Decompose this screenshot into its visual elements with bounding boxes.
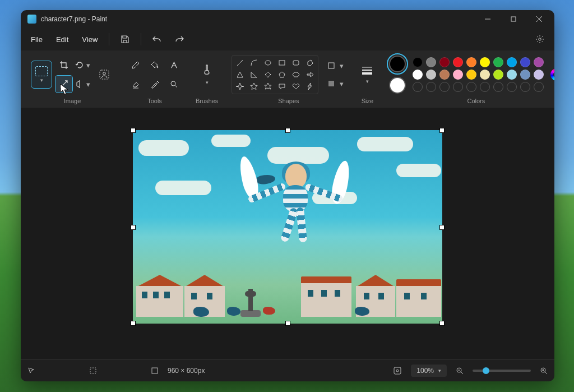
handle-w[interactable] <box>131 225 136 230</box>
maximize-button[interactable] <box>501 10 526 28</box>
shape-triangle[interactable] <box>234 70 246 80</box>
handle-sw[interactable] <box>131 321 136 326</box>
palette-swatch[interactable] <box>493 70 503 80</box>
menu-edit[interactable]: Edit <box>50 32 74 47</box>
handle-n[interactable] <box>285 128 290 133</box>
edit-colors-button[interactable] <box>550 68 554 81</box>
palette-swatch[interactable] <box>453 70 463 80</box>
palette-custom-slot[interactable] <box>534 82 544 92</box>
size-button[interactable]: ▾ <box>359 61 376 88</box>
zoom-dropdown[interactable]: 100% ▾ <box>411 365 447 377</box>
minimize-button[interactable] <box>475 10 501 28</box>
rotate-button[interactable] <box>75 57 85 73</box>
shape-arrow-right[interactable] <box>304 70 316 80</box>
menu-view[interactable]: View <box>76 32 103 47</box>
svg-point-7 <box>171 81 175 86</box>
color-2[interactable] <box>389 77 406 94</box>
palette-swatch[interactable] <box>507 70 517 80</box>
settings-button[interactable] <box>530 30 550 48</box>
workspace[interactable] <box>21 108 554 359</box>
remove-background-button[interactable] <box>95 65 114 84</box>
palette-swatch[interactable] <box>520 57 530 67</box>
brushes-button[interactable]: ▾ <box>198 61 215 88</box>
pencil-tool[interactable] <box>127 57 144 73</box>
resize-button[interactable] <box>55 76 72 93</box>
palette-swatch[interactable] <box>413 57 423 67</box>
palette-custom-slot[interactable] <box>426 82 436 92</box>
zoom-slider[interactable] <box>473 370 531 372</box>
palette-swatch[interactable] <box>426 57 436 67</box>
palette-swatch[interactable] <box>439 70 450 80</box>
canvas[interactable] <box>133 130 442 324</box>
redo-button[interactable] <box>169 30 189 48</box>
palette-swatch[interactable] <box>520 70 530 80</box>
svg-line-23 <box>461 372 463 374</box>
zoom-out-button[interactable] <box>456 367 464 375</box>
handle-ne[interactable] <box>439 128 445 133</box>
shape-right-triangle[interactable] <box>248 70 260 80</box>
palette-swatch[interactable] <box>507 57 517 67</box>
shape-polygon[interactable] <box>304 58 316 68</box>
palette-swatch[interactable] <box>439 57 450 67</box>
palette-swatch[interactable] <box>466 70 476 80</box>
color-1[interactable] <box>389 56 406 72</box>
handle-e[interactable] <box>439 225 445 230</box>
shape-rect[interactable] <box>276 58 288 68</box>
palette-swatch[interactable] <box>413 70 423 80</box>
canvas-selection[interactable] <box>133 130 442 324</box>
shape-4star[interactable] <box>234 81 246 91</box>
undo-button[interactable] <box>147 30 167 48</box>
fit-to-window-button[interactable] <box>393 366 402 375</box>
palette-swatch[interactable] <box>480 70 490 80</box>
palette-swatch[interactable] <box>493 57 503 67</box>
palette-custom-slot[interactable] <box>413 82 423 92</box>
close-button[interactable] <box>526 10 552 28</box>
palette-custom-slot[interactable] <box>520 82 530 92</box>
shapes-gallery[interactable] <box>232 55 318 94</box>
text-tool[interactable] <box>165 57 182 73</box>
color-picker-tool[interactable] <box>146 76 163 93</box>
eraser-tool[interactable] <box>127 76 144 93</box>
shape-fill-dropdown[interactable]: ▾ <box>337 80 345 88</box>
magnifier-tool[interactable] <box>165 76 182 93</box>
shape-line[interactable] <box>234 58 246 68</box>
shape-pentagon[interactable] <box>276 70 288 80</box>
shape-heart[interactable] <box>290 81 302 91</box>
shape-fill-button[interactable] <box>325 77 337 90</box>
handle-nw[interactable] <box>131 128 136 133</box>
shape-outline-button[interactable] <box>325 59 337 72</box>
shape-callout[interactable] <box>276 81 288 91</box>
palette-swatch[interactable] <box>534 57 544 67</box>
palette-custom-slot[interactable] <box>453 82 463 92</box>
zoom-in-button[interactable] <box>540 367 548 375</box>
shape-oval[interactable] <box>262 58 274 68</box>
shape-6star[interactable] <box>262 81 274 91</box>
handle-s[interactable] <box>285 321 290 326</box>
shape-outline-dropdown[interactable]: ▾ <box>337 62 345 70</box>
palette-custom-slot[interactable] <box>480 82 490 92</box>
shape-diamond[interactable] <box>262 70 274 80</box>
shape-roundrect[interactable] <box>290 58 302 68</box>
palette-custom-slot[interactable] <box>507 82 517 92</box>
palette-custom-slot[interactable] <box>466 82 476 92</box>
crop-button[interactable] <box>55 57 72 73</box>
menu-file[interactable]: File <box>25 32 48 47</box>
palette-swatch[interactable] <box>426 70 436 80</box>
palette-swatch[interactable] <box>453 57 463 67</box>
save-button[interactable] <box>115 30 135 48</box>
shape-5star[interactable] <box>248 81 260 91</box>
fill-tool[interactable] <box>146 57 163 73</box>
palette-swatch[interactable] <box>480 57 490 67</box>
palette-custom-slot[interactable] <box>439 82 450 92</box>
palette-swatch[interactable] <box>466 57 476 67</box>
shape-hexagon[interactable] <box>290 70 302 80</box>
palette-custom-slot[interactable] <box>493 82 503 92</box>
rotate-dropdown[interactable]: ▾ <box>85 61 91 70</box>
handle-se[interactable] <box>439 321 445 326</box>
select-tool[interactable]: ▾ <box>31 61 52 89</box>
flip-button[interactable] <box>75 76 85 93</box>
shape-lightning[interactable] <box>304 81 316 91</box>
flip-dropdown[interactable]: ▾ <box>85 80 91 89</box>
shape-curve[interactable] <box>248 58 260 68</box>
palette-swatch[interactable] <box>534 70 544 80</box>
